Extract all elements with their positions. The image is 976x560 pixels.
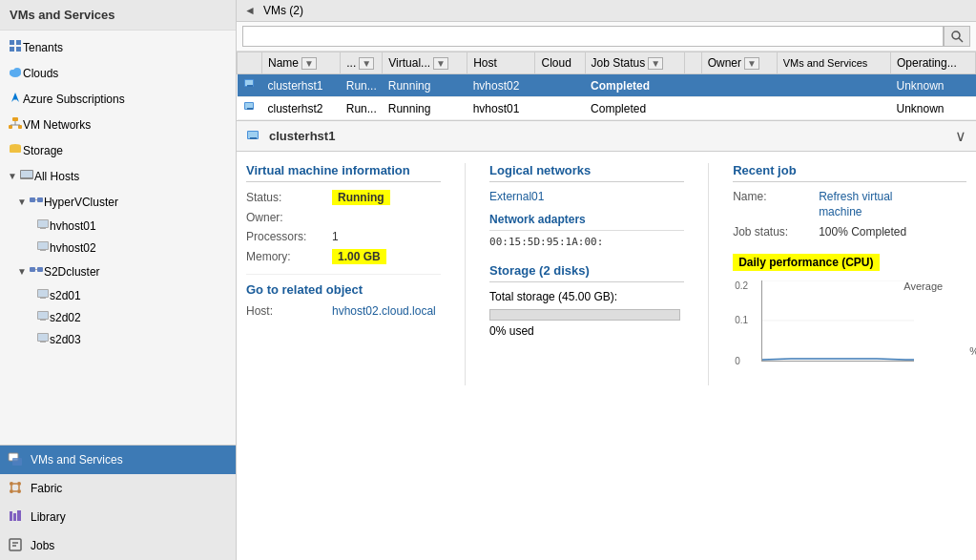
svg-point-45 [17, 489, 21, 493]
sidebar-item-clouds[interactable]: Clouds [0, 60, 236, 86]
dots-filter-btn[interactable]: ▼ [359, 57, 374, 70]
svg-rect-1 [16, 40, 21, 45]
s2dcluster-expand[interactable]: ▼ [17, 266, 27, 277]
svg-rect-63 [247, 108, 253, 110]
col-virtual: Virtual...▼ [383, 52, 467, 74]
collapse-sidebar-btn[interactable]: ◄ [244, 4, 256, 17]
sidebar-item-hvhost02[interactable]: hvhost02 [0, 237, 236, 259]
cluster-icon-s2d [29, 262, 44, 280]
hypervcluster-expand[interactable]: ▼ [17, 197, 27, 207]
row-name-1: clusterhst1 [262, 74, 341, 97]
logical-network-item[interactable]: External01 [489, 190, 684, 203]
sidebar-item-hvhost01[interactable]: hvhost01 [0, 215, 236, 237]
detail-col-vminfo: Virtual machine information Status: Runn… [246, 163, 441, 385]
svg-rect-35 [38, 312, 48, 319]
svg-rect-29 [37, 267, 43, 272]
search-input[interactable] [242, 26, 944, 47]
search-button[interactable] [944, 26, 970, 47]
vm-list-area: Name ▼ ...▼ Virtual...▼ Host Cloud Job S… [237, 52, 976, 121]
sidebar-item-s2dcluster[interactable]: ▼ S2Dcluster [0, 259, 236, 284]
memory-row: Memory: 1.00 GB [246, 249, 441, 264]
host-icon-s2d01 [36, 287, 50, 303]
performance-section: Daily performance (CPU) Average 0.2 0.1 … [733, 254, 966, 385]
sidebar-item-azure[interactable]: Azure Subscriptions [0, 86, 236, 112]
performance-title: Daily performance (CPU) [733, 254, 879, 271]
table-row-clusterhst1[interactable]: clusterhst1 Run... Running hvhost02 Comp… [238, 74, 976, 97]
jobs-icon [8, 537, 25, 554]
owner-filter-btn[interactable]: ▼ [744, 57, 759, 70]
detail-content: Virtual machine information Status: Runn… [237, 152, 976, 397]
go-to-host-label: Host: [246, 304, 332, 318]
sidebar-item-s2d01[interactable]: s2d01 [0, 284, 236, 306]
detail-expand-btn[interactable]: ∨ [955, 127, 966, 145]
sidebar-item-all-hosts[interactable]: ▼ All Hosts [0, 163, 236, 189]
sidebar-bottom-vms-label: VMs and Services [31, 453, 123, 467]
sidebar-bottom-library-label: Library [31, 510, 66, 524]
svg-rect-32 [38, 290, 48, 297]
perf-line [762, 359, 914, 360]
storage-bar-bg [489, 309, 680, 321]
row-icon-2 [238, 97, 262, 120]
vm-table: Name ▼ ...▼ Virtual...▼ Host Cloud Job S… [237, 52, 976, 120]
sidebar-item-vm-networks[interactable]: VM Networks [0, 112, 236, 137]
col-operating: Operating... [891, 52, 976, 74]
svg-rect-36 [40, 320, 46, 321]
recent-job-title: Recent job [733, 163, 966, 182]
memory-value: 1.00 GB [332, 249, 386, 264]
sidebar-item-storage[interactable]: Storage [0, 137, 236, 163]
sidebar-item-azure-label: Azure Subscriptions [23, 93, 125, 106]
processors-row: Processors: 1 [246, 230, 441, 243]
row-owner-1 [701, 74, 777, 97]
row-flag-1 [684, 74, 701, 97]
svg-rect-8 [12, 117, 18, 121]
sidebar-item-hypervcluster[interactable]: ▼ HyperVCluster [0, 189, 236, 215]
svg-point-42 [10, 482, 13, 486]
sidebar-item-s2d02[interactable]: s2d02 [0, 306, 236, 328]
sidebar-bottom-jobs-label: Jobs [31, 539, 54, 552]
row-cloud-2 [535, 97, 585, 120]
detail-vm-name: clusterhst1 [269, 129, 335, 143]
col-icon [238, 52, 262, 74]
svg-rect-24 [40, 228, 46, 229]
svg-point-43 [17, 482, 21, 486]
owner-row: Owner: [246, 211, 441, 224]
all-hosts-expand[interactable]: ▼ [8, 171, 17, 181]
sidebar-item-s2d03[interactable]: s2d03 [0, 328, 236, 350]
svg-rect-66 [250, 137, 257, 139]
topbar-title: VMs (2) [263, 4, 303, 17]
sidebar-item-s2d01-label: s2d01 [50, 289, 81, 302]
status-value: Running [332, 190, 390, 205]
svg-rect-65 [248, 132, 258, 138]
table-row-clusterhst2[interactable]: clusterhst2 Run... Running hvhost01 Comp… [238, 97, 976, 120]
host-icon-01 [36, 218, 50, 234]
virtual-filter-btn[interactable]: ▼ [433, 57, 448, 70]
job-name-value[interactable]: Refresh virtual machine [819, 190, 933, 219]
sidebar-bottom-fabric[interactable]: Fabric [0, 474, 236, 503]
svg-rect-27 [40, 250, 46, 251]
status-label: Status: [246, 191, 332, 204]
mac-address: 00:15:5D:95:1A:00: [489, 236, 603, 248]
sidebar-bottom-jobs[interactable]: Jobs [0, 531, 236, 560]
storage-section: Storage (2 disks) Total storage (45.00 G… [489, 263, 684, 338]
detail-vm-icon [246, 129, 261, 144]
tenants-icon [8, 38, 23, 56]
host-icon-s2d02 [36, 309, 50, 325]
jobstatus-filter-btn[interactable]: ▼ [648, 57, 663, 70]
processors-value: 1 [332, 230, 339, 243]
logical-networks-title: Logical networks [489, 163, 684, 182]
col-dots: ...▼ [341, 52, 383, 74]
sidebar-item-tenants[interactable]: Tenants [0, 34, 236, 60]
search-icon [950, 30, 964, 43]
vm-icon-1 [243, 77, 257, 91]
col-flag [684, 52, 701, 74]
name-filter-btn[interactable]: ▼ [301, 57, 317, 70]
svg-rect-20 [37, 197, 43, 202]
sidebar-bottom-library[interactable]: Library [0, 503, 236, 531]
svg-rect-9 [9, 125, 12, 129]
go-to-host-value[interactable]: hvhost02.cloud.local [332, 304, 436, 318]
detail-header: clusterhst1 ∨ [237, 121, 976, 152]
row-name-2: clusterhst2 [262, 97, 341, 120]
sidebar-bottom-vms-services[interactable]: VMs and Services [0, 446, 236, 474]
sidebar-item-s2d03-label: s2d03 [50, 333, 81, 346]
row-flag-2 [684, 97, 701, 120]
